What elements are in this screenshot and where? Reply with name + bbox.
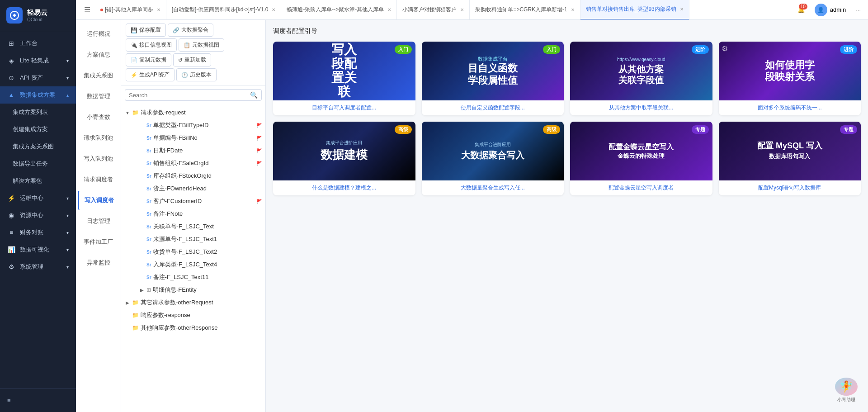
tree-label-stock-type: 入库类型-F_LSJC_Text4 [153, 260, 262, 269]
tree-item-stock-org[interactable]: Sr 库存组织-FStockOrgId [121, 170, 265, 182]
left-panel-event-factory[interactable]: 事件加工厂 [78, 232, 119, 251]
tree-label-other-request: 其它请求参数-otherRequest [141, 298, 262, 307]
logo[interactable]: 轻易云 QCloud [0, 0, 76, 31]
sidebar-collapse[interactable]: ≡ [7, 394, 69, 407]
history-version-button[interactable]: 🕐 历史版本 [176, 68, 217, 81]
sidebar-item-solution-list[interactable]: 集成方案列表 [0, 104, 76, 121]
reload-button[interactable]: ↺ 重新加载 [173, 53, 211, 66]
tree-item-note[interactable]: Sr 备注-FNote [121, 208, 265, 220]
sidebar-item-create-solution[interactable]: 创建集成方案 [0, 121, 76, 138]
guide-card-5[interactable]: 高级 集成平台进阶应用 数据建模 什么是数据建模？建模之... [273, 122, 415, 195]
tree-item-entity[interactable]: ▶ ⊞ 明细信息-FEntity [121, 284, 265, 296]
tree-item-response[interactable]: 📁 响应参数-response [121, 309, 265, 322]
left-panel-overview[interactable]: 运行概况 [78, 24, 119, 43]
tree-label-stock-org: 库存组织-FStockOrgId [153, 172, 262, 180]
left-panel-request-queue[interactable]: 请求队列池 [78, 128, 119, 147]
sidebar-item-solution-package[interactable]: 解决方案包 [0, 172, 76, 189]
big-data-merge-button[interactable]: 🔗 大数据聚合 [168, 24, 213, 37]
tab-1[interactable]: [错]-其他入库单同步 ✕ [95, 0, 166, 20]
str-type-icon13: Sr [146, 275, 151, 280]
sidebar-item-workbench[interactable]: ⊞ 工作台 [0, 35, 76, 52]
left-panel-integration-map[interactable]: 集成关系图 [78, 66, 119, 85]
sidebar-item-api[interactable]: ⊙ API 资产 ▾ [0, 69, 76, 86]
tree-item-other-request[interactable]: ▶ 📁 其它请求参数-otherRequest [121, 296, 265, 309]
tab-3[interactable]: 畅薄通-采购入库单-->聚水潭-其他入库单 ✕ [281, 0, 397, 20]
guide-card-1[interactable]: 入门 写入段配置关联 目标平台写入调度者配置... [273, 42, 415, 115]
guide-card-2[interactable]: 入门 数据集成平台 目自义函数学段属性值 使用自定义函数配置字段... [422, 42, 564, 115]
sidebar-item-data-integration[interactable]: ▲ 数据集成方案 ▴ [0, 86, 76, 104]
tree-item-note2[interactable]: Sr 备注-F_LSJC_Text11 [121, 271, 265, 284]
card-4-title: 面对多个系统编码不统一... [719, 100, 861, 115]
tree-item-customer[interactable]: Sr 客户-FCustomerID 🚩 [121, 195, 265, 208]
tree-item-bill-no[interactable]: Sr 单据编号-FBillNo 🚩 [121, 132, 265, 144]
user-info[interactable]: 👤 admin [810, 4, 850, 16]
tab-6[interactable]: 销售单对接销售出库_类型93内部采销 ✕ [580, 0, 689, 20]
tree-label-other-response: 其他响应参数-otherResponse [141, 324, 262, 332]
menu-icon[interactable]: ☰ [80, 2, 95, 18]
card-1-main: 写入段配置关联 [331, 43, 357, 99]
notification-icon[interactable]: 🔔 10 [797, 6, 805, 13]
left-panel-anomaly-monitor[interactable]: 异常监控 [78, 253, 119, 272]
tree-item-recv-bill[interactable]: Sr 收货单号-F_LSJC_Text2 [121, 246, 265, 258]
tree-item-source-bill[interactable]: Sr 来源单号-F_LSJC_Text1 [121, 233, 265, 246]
sidebar-item-data-export[interactable]: 数据导出任务 [0, 155, 76, 172]
card-6-title: 大数据量聚合生成写入任... [422, 180, 564, 195]
tree-item-stock-type[interactable]: Sr 入库类型-F_LSJC_Text4 [121, 258, 265, 271]
search-icon: 🔍 [250, 91, 258, 99]
sidebar-item-finance[interactable]: ≡ 财务对账 ▾ [0, 224, 76, 241]
guide-card-7[interactable]: 专题 配置金蝶云星空写入金蝶云的特殊处理 配置金蝶云星空写入调度者 [570, 122, 712, 195]
search-input[interactable] [129, 92, 250, 99]
guide-card-6[interactable]: 高级 集成平台进阶应用 大数据聚合写入 大数据量聚合生成写入任... [422, 122, 564, 195]
copy-meta-data-button[interactable]: 📄 复制元数据 [126, 53, 171, 66]
left-panel-request-scheduler[interactable]: 请求调度者 [78, 170, 119, 189]
tree-item-rel-bill[interactable]: Sr 关联单号-F_LSJC_Text [121, 220, 265, 233]
left-panel-xiaoqing[interactable]: 小青查数 [78, 108, 119, 127]
guide-card-8[interactable]: 专题 配置 MySQL 写入数据库语句写入 配置Mysql语句写入数据库 [719, 122, 861, 195]
card-3-image: 进阶 https://www.qeasy.cloud 从其他方案关联字段值 [570, 42, 712, 100]
tab-2-close[interactable]: ✕ [272, 7, 275, 12]
tab-3-close[interactable]: ✕ [387, 7, 391, 12]
tab-1-close[interactable]: ✕ [157, 7, 160, 12]
search-box[interactable]: 🔍 [125, 89, 262, 101]
meta-data-view-button[interactable]: 📋 元数据视图 [179, 38, 224, 52]
left-panel-log-mgmt[interactable]: 日志管理 [78, 212, 119, 231]
user-name: admin [830, 6, 846, 13]
card-6-image: 高级 集成平台进阶应用 大数据聚合写入 [422, 122, 564, 180]
tree-item-owner[interactable]: Sr 货主-FOwnerIdHead [121, 182, 265, 195]
card-2-main: 目自义函数学段属性值 [468, 62, 518, 86]
guide-card-3[interactable]: 进阶 https://www.qeasy.cloud 从其他方案关联字段值 从其… [570, 42, 712, 115]
tree-label-note2: 备注-F_LSJC_Text11 [153, 273, 262, 281]
main-area: ☰ [错]-其他入库单同步 ✕ [自动爱型]-供应商资料同步[kd->jst]-… [76, 0, 868, 412]
sidebar-item-resource[interactable]: ◉ 资源中心 ▾ [0, 207, 76, 224]
left-panel-solution-info[interactable]: 方案信息 [78, 45, 119, 64]
sidebar-item-dataviz[interactable]: 📊 数据可视化 ▾ [0, 241, 76, 258]
tree-item-request-params[interactable]: ▼ 📁 请求参数-request [121, 106, 265, 119]
tree-item-other-response[interactable]: 📁 其他响应参数-otherResponse [121, 322, 265, 334]
left-panel-write-queue[interactable]: 写入队列池 [78, 149, 119, 168]
save-config-button[interactable]: 💾 保存配置 [126, 24, 166, 37]
left-panel-write-scheduler[interactable]: 写入调度者 [78, 191, 119, 210]
interface-info-view-button[interactable]: 🔌 接口信息视图 [126, 38, 177, 52]
guide-card-4[interactable]: 进阶 ⚙ 如何使用字段映射关系 面对多个系统编码不统一... [719, 42, 861, 115]
tree-item-sale-org[interactable]: Sr 销售组织-FSaleOrgId 🚩 [121, 157, 265, 170]
sidebar-item-lite[interactable]: ◈ Lite 轻集成 ▾ [0, 52, 76, 69]
sidebar-item-system[interactable]: ⚙ 系统管理 ▾ [0, 258, 76, 275]
other-resp-folder-icon: 📁 [132, 325, 139, 331]
tree-item-date[interactable]: Sr 日期-FDate 🚩 [121, 144, 265, 157]
tab-4-close[interactable]: ✕ [460, 7, 464, 12]
tab-more[interactable]: ··· [852, 3, 864, 17]
left-panel-data-mgmt[interactable]: 数据管理 [78, 87, 119, 106]
tab-5-close[interactable]: ✕ [571, 7, 575, 12]
sidebar-item-solution-relation[interactable]: 集成方案关系图 [0, 138, 76, 155]
gen-api-button[interactable]: ⚡ 生成API资产 [126, 68, 175, 81]
sidebar-item-operation[interactable]: ⚡ 运维中心 ▾ [0, 189, 76, 207]
tab-2[interactable]: [自动爱型]-供应商资料同步[kd->jst]-V1.0 ✕ [166, 0, 282, 20]
tab-4[interactable]: 小满客户对接锁猫客户 ✕ [397, 0, 470, 20]
tab-5[interactable]: 采购收料通知单=>CGRK入库单新增-1 ✕ [470, 0, 580, 20]
tree-item-bill-type[interactable]: Sr 单据类型-FBillTypeID 🚩 [121, 119, 265, 132]
card-1-title: 目标平台写入调度者配置... [273, 100, 415, 115]
assistant[interactable]: 🧚 小青助理 [834, 378, 859, 403]
card-6-main: 大数据聚合写入 [461, 150, 524, 161]
tab-6-close[interactable]: ✕ [680, 7, 684, 12]
card-4-settings-icon[interactable]: ⚙ [722, 44, 728, 53]
